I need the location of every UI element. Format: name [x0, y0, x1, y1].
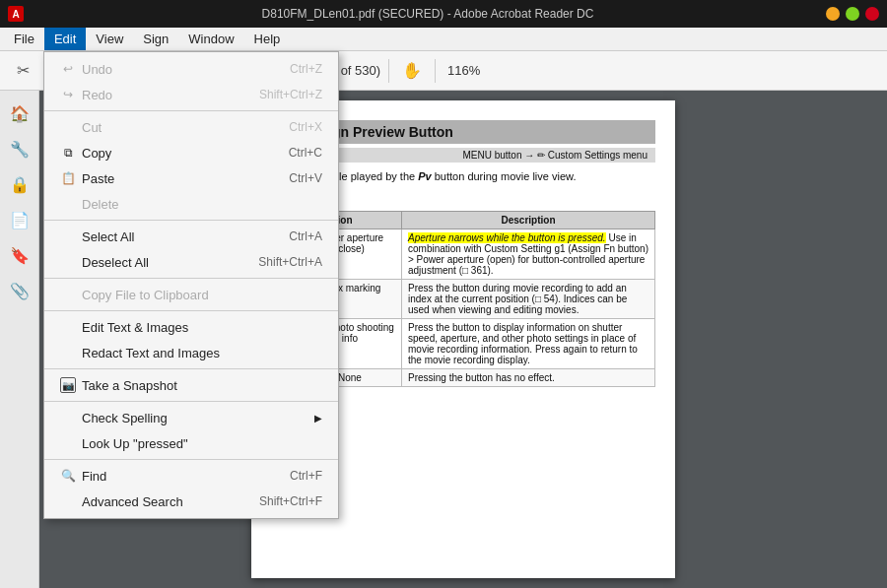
redact-icon	[60, 345, 76, 360]
sidebar-bookmark-icon[interactable]: 🔖	[5, 240, 34, 270]
menu-undo[interactable]: ↩ Undo Ctrl+Z	[44, 56, 338, 82]
separator-1	[44, 110, 338, 111]
row1-highlight: Aperture narrows while the button is pre…	[408, 232, 606, 243]
menu-check-spelling[interactable]: Check Spelling ▶	[44, 405, 338, 430]
sidebar-pages-icon[interactable]: 📄	[5, 205, 34, 234]
advanced-search-icon	[60, 493, 76, 509]
close-button[interactable]	[865, 7, 879, 21]
minimize-button[interactable]	[826, 7, 840, 21]
zoom-level: 116%	[447, 63, 480, 78]
deselect-all-icon	[60, 254, 76, 270]
menu-look-up[interactable]: Look Up "pressed"	[44, 430, 338, 456]
left-sidebar: 🏠 🔧 🔒 📄 🔖 📎	[0, 91, 39, 588]
menu-edit-text[interactable]: Edit Text & Images	[44, 314, 338, 340]
separator-7	[44, 459, 338, 460]
menu-view[interactable]: View	[86, 28, 133, 50]
separator-3	[44, 278, 338, 279]
menu-copy-file[interactable]: Copy File to Clipboard	[44, 282, 338, 307]
window-controls	[826, 7, 879, 21]
copy-icon: ⧉	[60, 145, 76, 161]
delete-icon	[60, 196, 76, 212]
menu-deselect-all[interactable]: Deselect All Shift+Ctrl+A	[44, 249, 338, 275]
toolbar-separator-4	[435, 59, 436, 83]
row3-description: Press the button to display information …	[401, 319, 654, 369]
cut-tool-button[interactable]: ✂	[8, 56, 37, 86]
menu-paste[interactable]: 📋 Paste Ctrl+V	[44, 165, 338, 191]
maximize-button[interactable]	[846, 7, 859, 21]
toolbar-separator-3	[388, 59, 389, 83]
window-title: D810FM_DLen01.pdf (SECURED) - Adobe Acro…	[30, 7, 826, 21]
menu-find[interactable]: 🔍 Find Ctrl+F	[44, 463, 338, 489]
pv-button-ref: Pv	[418, 170, 431, 182]
sidebar-home-icon[interactable]: 🏠	[5, 98, 34, 128]
look-up-icon	[60, 435, 76, 451]
edit-dropdown-menu: ↩ Undo Ctrl+Z ↪ Redo Shift+Ctrl+Z Cut Ct…	[43, 51, 339, 519]
menu-window[interactable]: Window	[178, 28, 243, 50]
find-icon: 🔍	[60, 468, 76, 484]
row4-description: Pressing the button has no effect.	[401, 369, 654, 387]
row2-description: Press the button during movie recording …	[401, 280, 654, 319]
title-bar: A D810FM_DLen01.pdf (SECURED) - Adobe Ac…	[0, 0, 887, 28]
app-icon: A	[8, 6, 24, 22]
row1-description: Aperture narrows while the button is pre…	[401, 229, 654, 280]
spell-check-icon	[60, 410, 76, 425]
menu-advanced-search[interactable]: Advanced Search Shift+Ctrl+F	[44, 489, 338, 514]
select-all-icon	[60, 229, 76, 244]
menu-edit[interactable]: Edit	[44, 28, 86, 50]
snapshot-icon: 📷	[60, 377, 76, 393]
redo-icon: ↪	[60, 87, 76, 102]
cut-icon	[60, 119, 76, 135]
menu-redo[interactable]: ↪ Redo Shift+Ctrl+Z	[44, 82, 338, 107]
undo-icon: ↩	[60, 61, 76, 77]
sidebar-lock-icon[interactable]: 🔒	[5, 169, 34, 199]
separator-4	[44, 310, 338, 311]
sidebar-tools-icon[interactable]: 🔧	[5, 134, 34, 163]
submenu-arrow: ▶	[314, 413, 322, 424]
separator-6	[44, 401, 338, 402]
edit-text-icon	[60, 319, 76, 335]
menu-select-all[interactable]: Select All Ctrl+A	[44, 224, 338, 249]
separator-2	[44, 220, 338, 221]
main-layout: 🏠 🔧 🔒 📄 🔖 📎 ↩ Undo Ctrl+Z ↪ Redo Shift+C…	[0, 91, 887, 588]
menu-bar: File Edit View Sign Window Help	[0, 28, 887, 51]
menu-delete[interactable]: Delete	[44, 191, 338, 217]
menu-snapshot[interactable]: 📷 Take a Snapshot	[44, 372, 338, 398]
menu-sign[interactable]: Sign	[133, 28, 178, 50]
copy-file-icon	[60, 287, 76, 302]
menu-file[interactable]: File	[4, 28, 44, 50]
sidebar-attachment-icon[interactable]: 📎	[5, 276, 34, 305]
paste-icon: 📋	[60, 170, 76, 186]
menu-copy[interactable]: ⧉ Copy Ctrl+C	[44, 140, 338, 165]
menu-help[interactable]: Help	[244, 28, 291, 50]
hand-tool-button[interactable]: ✋	[397, 56, 427, 86]
menu-redact[interactable]: Redact Text and Images	[44, 340, 338, 365]
menu-cut[interactable]: Cut Ctrl+X	[44, 114, 338, 140]
separator-5	[44, 368, 338, 369]
table-header-description: Description	[401, 212, 654, 229]
